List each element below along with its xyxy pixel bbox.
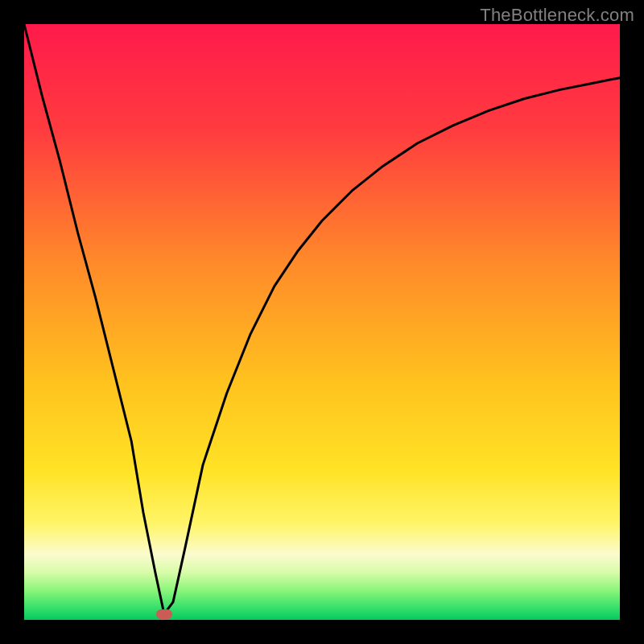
plot-area [24, 24, 620, 620]
bottleneck-curve [24, 24, 620, 614]
watermark-text: TheBottleneck.com [480, 5, 634, 26]
chart-stage: TheBottleneck.com [0, 0, 644, 644]
curve-layer [24, 24, 620, 620]
optimal-marker [156, 609, 172, 619]
